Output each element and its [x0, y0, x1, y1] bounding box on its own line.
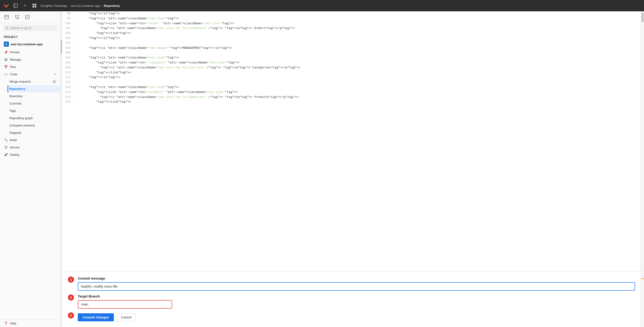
- repository-graph-label: Repository graph: [10, 116, 33, 120]
- sidebar-item-merge-requests[interactable]: Merge requests 0: [8, 78, 60, 85]
- step-2-badge: 2: [68, 294, 74, 300]
- panel-icon-btn[interactable]: [3, 13, 10, 21]
- breadcrumb: DongNai TravelApp / aws-fcj-container-ap…: [40, 4, 641, 8]
- sidebar-item-repository[interactable]: Repository: [8, 85, 60, 93]
- sidebar-item-snippets[interactable]: Snippets: [8, 129, 60, 136]
- gitlab-logo[interactable]: [3, 2, 10, 9]
- breadcrumb-current: Repository: [104, 4, 120, 8]
- svg-rect-12: [26, 15, 29, 19]
- sidebar-item-manage[interactable]: ⚙️ Manage ›: [0, 56, 60, 63]
- scrollbar-thumb[interactable]: [642, 13, 644, 22]
- breadcrumb-project[interactable]: DongNai TravelApp: [40, 4, 67, 8]
- chevron-right-icon: ›: [56, 51, 56, 54]
- commit-message-label: Commit message: [78, 276, 635, 280]
- deploy-icon: 🚀: [4, 153, 8, 156]
- top-bar: + DongNai TravelApp / aws-fcj-container-…: [0, 0, 644, 11]
- chevron-right-icon: ›: [56, 138, 56, 142]
- sidebar-toggle-btn[interactable]: [12, 2, 19, 9]
- branches-label: Branches: [10, 94, 22, 98]
- pin-icon: 📌: [4, 51, 8, 54]
- code-icon: </>: [4, 73, 8, 76]
- sidebar-item-label: Code: [10, 73, 17, 76]
- form-actions: Commit changes Cancel: [78, 313, 136, 321]
- commits-label: Commits: [10, 102, 22, 105]
- merge-requests-badge: 0: [52, 80, 56, 83]
- step-1-badge: 1: [68, 276, 74, 283]
- commit-changes-button[interactable]: Commit changes: [78, 313, 114, 321]
- code-viewer[interactable]: 98 "tag"></li"tag">>99 "tag"><li "attr-n…: [62, 11, 641, 272]
- checklist-icon-btn[interactable]: [24, 13, 31, 21]
- sidebar-top-icons: [0, 11, 60, 23]
- cancel-button[interactable]: Cancel: [117, 313, 136, 321]
- svg-rect-4: [32, 6, 34, 8]
- table-row: 111 "tag"></li"tag">>: [62, 75, 641, 80]
- plan-icon: 📅: [4, 65, 8, 69]
- breadcrumb-repo[interactable]: aws-fcj-container-app: [71, 4, 100, 8]
- svg-rect-0: [14, 4, 18, 8]
- commit-message-input[interactable]: [78, 282, 635, 291]
- right-scrollbar[interactable]: [641, 11, 644, 327]
- chevron-right-icon: ›: [56, 153, 56, 156]
- main-content: 98 "tag"></li"tag">>99 "tag"><li "attr-n…: [62, 11, 641, 327]
- chevron-down-icon: ∨: [54, 73, 56, 76]
- svg-rect-3: [35, 4, 36, 6]
- sidebar-scrollbar[interactable]: [60, 11, 62, 327]
- table-row: 105 "tag"><li "attr-name">className="nav…: [62, 46, 641, 51]
- sidebar-item-label: Secure: [10, 146, 20, 149]
- sidebar: 🔍 Search or go to... Project A aws-fcj-c…: [0, 11, 60, 327]
- table-row: 101 "tag"><i "attr-name">className="nav-…: [62, 26, 641, 31]
- sidebar-item-secure[interactable]: 🛡️ Secure ›: [0, 144, 60, 151]
- search-bar[interactable]: 🔍 Search or go to...: [3, 25, 57, 31]
- sidebar-item-tags[interactable]: Tags: [8, 107, 60, 114]
- svg-rect-6: [5, 15, 8, 19]
- snippets-label: Snippets: [10, 131, 22, 135]
- sidebar-item-deploy[interactable]: 🚀 Deploy ›: [0, 151, 60, 158]
- project-avatar: A: [4, 42, 9, 47]
- scroll-marker: [641, 278, 644, 279]
- table-row: 108 "tag"><Link "attr-name">to="/categor…: [62, 60, 641, 65]
- build-icon: 🔨: [4, 138, 8, 142]
- sidebar-item-label: Manage: [10, 58, 21, 61]
- project-name: aws-fcj-container-app: [11, 43, 56, 46]
- sidebar-scroll-thumb[interactable]: [61, 40, 62, 54]
- sidebar-item-compare-revisions[interactable]: Compare revisions: [8, 122, 60, 129]
- chevron-right-icon: ›: [56, 65, 56, 69]
- sidebar-item-branches[interactable]: Branches: [8, 93, 60, 100]
- svg-point-8: [15, 15, 16, 16]
- target-branch-input[interactable]: [78, 300, 172, 308]
- sidebar-section-label: Project: [0, 33, 60, 40]
- table-row: 113 "tag"><li "attr-name">className="nav…: [62, 85, 641, 90]
- sidebar-item-plan[interactable]: 📅 Plan ›: [0, 63, 60, 71]
- tags-label: Tags: [10, 109, 16, 113]
- sidebar-item-repository-graph[interactable]: Repository graph: [8, 114, 60, 122]
- sidebar-item-label: Build: [10, 138, 17, 142]
- commit-form: 1 Commit message 2 Target Branch 3 Commi…: [62, 272, 641, 327]
- step-3-badge: 3: [68, 312, 74, 318]
- table-row: 115 "tag"><i "attr-name">className="nav-…: [62, 95, 641, 100]
- grid-btn[interactable]: [31, 2, 38, 9]
- new-item-btn[interactable]: +: [22, 2, 28, 9]
- sidebar-item-build[interactable]: 🔨 Build ›: [0, 136, 60, 144]
- table-row: 100 "tag"><Link "attr-name">to="/order" …: [62, 21, 641, 26]
- code-sub-menu: Merge requests 0 Repository Branches Com…: [0, 78, 60, 136]
- help-label: Help: [10, 321, 16, 325]
- svg-rect-2: [32, 4, 34, 6]
- sidebar-project-item[interactable]: A aws-fcj-container-app: [0, 40, 60, 49]
- table-row: 99 "tag"><li "attr-name">className="nav-…: [62, 16, 641, 21]
- sidebar-item-pinned[interactable]: 📌 Pinned ›: [0, 49, 60, 56]
- table-row: 110 "tag"></Link"tag">>: [62, 70, 641, 75]
- sidebar-item-help[interactable]: ❓ Help: [0, 319, 60, 327]
- svg-rect-5: [35, 6, 36, 8]
- help-icon: ❓: [4, 321, 8, 325]
- sidebar-item-code[interactable]: </> Code ∨: [0, 71, 60, 78]
- table-row: 107 "tag"><li "attr-name">className="nav…: [62, 56, 641, 60]
- sidebar-spacer: [0, 158, 60, 319]
- sidebar-item-commits[interactable]: Commits: [8, 100, 60, 107]
- sidebar-item-label: Plan: [10, 65, 16, 69]
- merge-icon-btn[interactable]: [13, 13, 21, 21]
- table-row: 103 "tag"></li"tag">>: [62, 36, 641, 41]
- table-row: 116 "tag"></Link"tag">>: [62, 100, 641, 105]
- table-row: 106: [62, 51, 641, 56]
- sidebar-item-label: Deploy: [10, 153, 19, 156]
- code-table: 98 "tag"></li"tag">>99 "tag"><li "attr-n…: [62, 11, 641, 105]
